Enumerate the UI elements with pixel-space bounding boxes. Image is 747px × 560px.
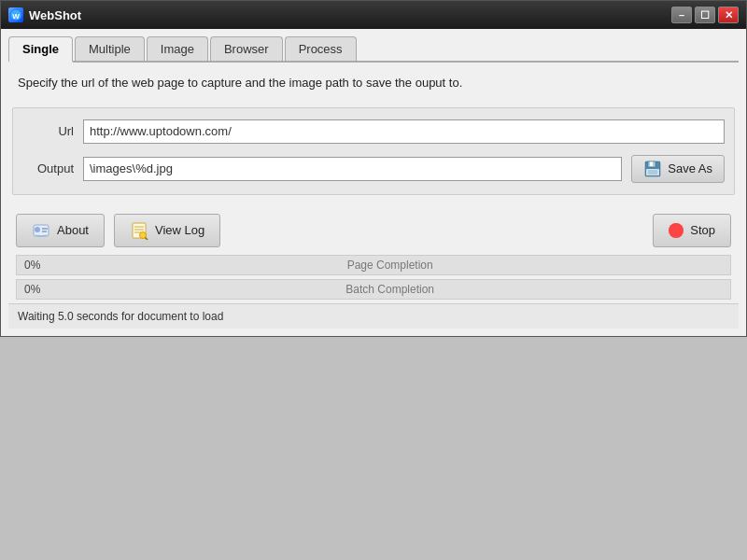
about-label: About — [57, 223, 89, 237]
about-icon — [32, 221, 50, 240]
batch-progress-bar: 0% Batch Completion — [16, 279, 731, 300]
svg-line-16 — [145, 237, 148, 240]
tab-process[interactable]: Process — [285, 36, 357, 61]
url-label: Url — [22, 124, 74, 138]
batch-progress-text: Batch Completion — [49, 283, 730, 296]
progress-section: 0% Page Completion 0% Batch Completion — [8, 255, 739, 300]
tab-browser[interactable]: Browser — [210, 36, 283, 61]
svg-point-15 — [139, 231, 146, 238]
button-row: About View Log Stop — [8, 206, 739, 255]
app-icon: W — [8, 7, 23, 22]
save-icon — [643, 160, 662, 178]
viewlog-icon — [130, 221, 148, 240]
stop-button[interactable]: Stop — [653, 214, 731, 247]
output-row: Output Save As — [22, 155, 725, 183]
page-progress-label: 0% Page Completion — [17, 259, 730, 272]
save-as-button[interactable]: Save As — [631, 155, 725, 183]
page-progress-bar: 0% Page Completion — [16, 255, 731, 275]
minimize-button[interactable]: – — [671, 7, 692, 23]
svg-rect-4 — [650, 161, 653, 166]
status-text: Waiting 5.0 seconds for document to load — [18, 310, 223, 323]
save-as-label: Save As — [668, 161, 712, 175]
batch-progress-label: 0% Batch Completion — [17, 283, 730, 296]
output-input[interactable] — [83, 157, 622, 181]
url-input[interactable] — [83, 119, 725, 144]
tab-bar: Single Multiple Image Browser Process — [8, 36, 739, 63]
main-window: W WebShot – ☐ ✕ Single Multiple Image Br… — [0, 0, 747, 337]
tab-single[interactable]: Single — [8, 36, 73, 63]
status-bar: Waiting 5.0 seconds for document to load — [8, 303, 739, 329]
stop-label: Stop — [690, 223, 715, 237]
output-label: Output — [22, 161, 74, 175]
tab-image[interactable]: Image — [147, 36, 208, 61]
content-area: Single Multiple Image Browser Process Sp… — [1, 29, 746, 336]
form-area: Url Output Save As — [12, 107, 735, 195]
svg-point-8 — [35, 227, 40, 232]
batch-progress-pct: 0% — [24, 283, 40, 296]
stop-icon — [669, 223, 684, 238]
svg-rect-6 — [648, 170, 657, 175]
tab-multiple[interactable]: Multiple — [75, 36, 145, 61]
maximize-button[interactable]: ☐ — [695, 7, 715, 23]
window-title: WebShot — [29, 8, 81, 22]
viewlog-label: View Log — [155, 223, 204, 237]
url-row: Url — [22, 119, 725, 144]
title-bar-left: W WebShot — [8, 7, 81, 22]
svg-text:W: W — [12, 12, 20, 21]
window-controls: – ☐ ✕ — [671, 7, 739, 23]
about-button[interactable]: About — [16, 214, 105, 247]
description-text: Specify the url of the web page to captu… — [18, 74, 729, 92]
viewlog-button[interactable]: View Log — [114, 214, 220, 247]
page-progress-pct: 0% — [24, 259, 40, 272]
close-button[interactable]: ✕ — [718, 7, 739, 23]
title-bar: W WebShot – ☐ ✕ — [1, 1, 746, 29]
page-progress-text: Page Completion — [49, 259, 730, 272]
